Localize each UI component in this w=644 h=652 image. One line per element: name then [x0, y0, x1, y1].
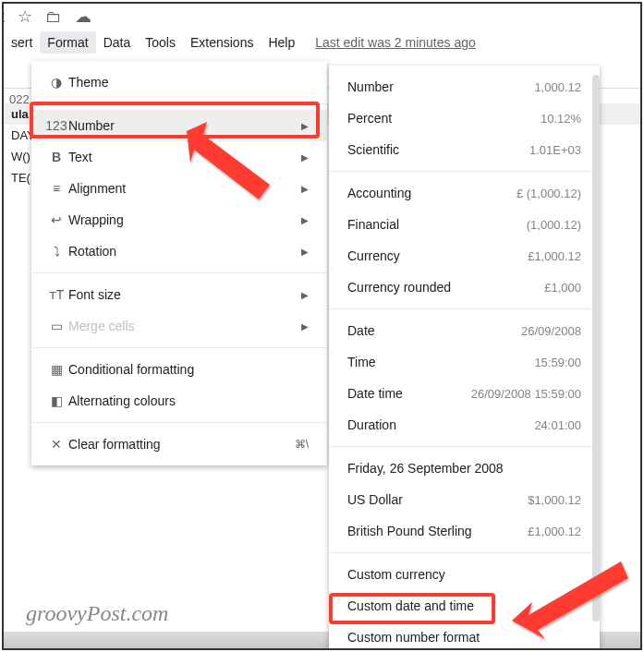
num-percent[interactable]: Percent10.12%: [329, 103, 600, 134]
label: Accounting: [347, 186, 516, 200]
format-conditional-label: Conditional formatting: [68, 362, 309, 377]
menu-data[interactable]: Data: [96, 31, 139, 54]
format-alternating[interactable]: ◧ Alternating colours: [31, 385, 327, 417]
last-edit-link[interactable]: Last edit was 2 minutes ago: [315, 35, 476, 50]
chevron-right-icon: ▶: [301, 152, 309, 163]
separator: [329, 308, 600, 309]
sample: 24:01:00: [534, 418, 581, 432]
num-custom-date-time[interactable]: Custom date and time: [329, 590, 600, 622]
sample: 1.01E+03: [529, 143, 581, 157]
format-rotation[interactable]: ⤵ Rotation ▶: [31, 235, 327, 267]
label: Scientific: [347, 142, 529, 157]
label: British Pound Sterling: [347, 524, 528, 538]
align-icon: ≡: [44, 181, 68, 196]
alt-colours-icon: ◧: [44, 393, 68, 408]
label: US Dollar: [347, 492, 528, 507]
separator: [329, 552, 600, 553]
format-clear-label: Clear formatting: [68, 437, 295, 452]
label: Date: [347, 323, 521, 338]
chevron-right-icon: ▶: [301, 247, 309, 257]
theme-icon: ◑: [44, 75, 68, 90]
label: Friday, 26 September 2008: [347, 461, 581, 476]
format-theme-label: Theme: [68, 75, 309, 90]
format-alignment[interactable]: ≡ Alignment ▶: [31, 173, 327, 204]
format-theme[interactable]: ◑ Theme: [31, 66, 327, 98]
clear-icon: ✕: [44, 437, 68, 452]
sample: £1,000.12: [528, 525, 581, 538]
num-currency-rounded[interactable]: Currency rounded£1,000: [329, 272, 600, 303]
num-gbp[interactable]: British Pound Sterling£1,000.12: [329, 515, 600, 547]
chevron-right-icon: ▶: [301, 121, 309, 131]
chevron-right-icon: ▶: [301, 290, 309, 300]
num-financial[interactable]: Financial(1,000.12): [329, 209, 600, 240]
doc-title: eet: [2, 7, 5, 27]
move-icon[interactable]: 🗀: [45, 7, 62, 27]
sample: 26/09/2008 15:59:00: [471, 387, 581, 401]
label: Financial: [347, 217, 527, 232]
num-us-dollar[interactable]: US Dollar$1,000.12: [329, 484, 600, 515]
format-number[interactable]: 123 Number ▶: [31, 110, 327, 141]
chevron-right-icon: ▶: [301, 215, 309, 225]
menu-insert[interactable]: sert: [4, 31, 40, 54]
format-wrapping[interactable]: ↩ Wrapping ▶: [31, 204, 327, 235]
format-text[interactable]: B Text ▶: [31, 141, 327, 173]
num-accounting[interactable]: Accounting£ (1,000.12): [329, 177, 600, 209]
star-icon[interactable]: ☆: [18, 6, 32, 27]
sample: (1,000.12): [527, 218, 581, 232]
merge-icon: ▭: [44, 319, 68, 333]
format-text-label: Text: [68, 150, 301, 164]
rotation-icon: ⤵: [44, 244, 68, 259]
num-custom-currency[interactable]: Custom currency: [329, 559, 600, 590]
menubar: sert Format Data Tools Extensions Help L…: [4, 30, 640, 55]
num-currency[interactable]: Currency£1,000.12: [329, 240, 600, 272]
format-font-size[interactable]: ᴛT Font size ▶: [31, 279, 327, 310]
scrollbar[interactable]: [592, 75, 600, 622]
watermark: groovyPost.com: [26, 601, 168, 626]
font-size-icon: ᴛT: [44, 287, 68, 302]
format-merge-label: Merge cells: [68, 319, 301, 333]
num-time[interactable]: Time15:59:00: [329, 346, 600, 378]
menu-format[interactable]: Format: [40, 31, 95, 54]
format-number-label: Number: [68, 118, 301, 133]
label: Date time: [347, 386, 471, 401]
clear-shortcut: ⌘\: [295, 438, 309, 451]
format-clear[interactable]: ✕ Clear formatting ⌘\: [31, 429, 327, 460]
sample: £ (1,000.12): [516, 187, 581, 200]
num-date-time[interactable]: Date time26/09/2008 15:59:00: [329, 378, 600, 409]
num-scientific[interactable]: Scientific1.01E+03: [329, 134, 600, 165]
format-font-size-label: Font size: [68, 287, 301, 302]
menu-extensions[interactable]: Extensions: [183, 31, 261, 54]
menu-tools[interactable]: Tools: [138, 31, 183, 54]
label: Percent: [347, 111, 541, 126]
num-date[interactable]: Date26/09/2008: [329, 315, 600, 346]
label: Time: [347, 355, 534, 369]
format-merge-cells: ▭ Merge cells ▶: [31, 310, 327, 342]
bold-icon: B: [44, 150, 68, 164]
sample: 15:59:00: [534, 356, 581, 369]
label: Duration: [347, 417, 534, 432]
format-conditional[interactable]: ▦ Conditional formatting: [31, 354, 327, 385]
format-rotation-label: Rotation: [68, 244, 301, 259]
chevron-right-icon: ▶: [301, 321, 309, 332]
num-number[interactable]: Number1,000.12: [329, 71, 600, 103]
num-custom-number-format[interactable]: Custom number format: [329, 622, 600, 650]
label: Custom number format: [347, 630, 581, 645]
num-friday-date[interactable]: Friday, 26 September 2008: [329, 453, 600, 484]
chevron-right-icon: ▶: [301, 184, 309, 194]
separator: [31, 272, 327, 273]
menu-help[interactable]: Help: [261, 31, 302, 54]
format-menu: ◑ Theme 123 Number ▶ B Text ▶ ≡ Alignmen…: [31, 61, 327, 465]
separator: [31, 103, 327, 104]
cloud-icon[interactable]: ☁: [75, 6, 91, 27]
label: Custom date and time: [347, 598, 581, 613]
separator: [31, 347, 327, 348]
num-duration[interactable]: Duration24:01:00: [329, 409, 600, 441]
sample: £1,000: [544, 281, 581, 295]
sample: $1,000.12: [528, 493, 581, 507]
sample: £1,000.12: [528, 249, 581, 263]
label: Number: [347, 79, 534, 94]
conditional-icon: ▦: [44, 362, 68, 377]
format-alternating-label: Alternating colours: [68, 393, 309, 408]
separator: [329, 446, 600, 447]
format-wrapping-label: Wrapping: [68, 212, 301, 227]
